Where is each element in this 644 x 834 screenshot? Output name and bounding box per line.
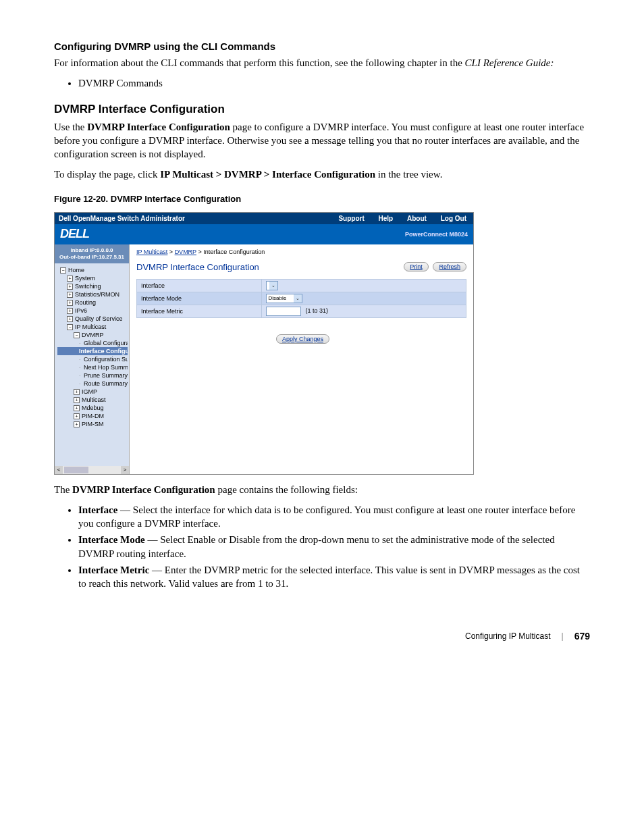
config-table: Interface ⌄ Interface Mode Disable⌄ Inte… bbox=[136, 279, 466, 318]
tree-qos[interactable]: +Quality of Service bbox=[57, 315, 128, 323]
plus-icon: + bbox=[74, 405, 80, 411]
breadcrumb: IP Multicast > DVMRP > Interface Configu… bbox=[136, 249, 466, 255]
fields-list: Interface — Select the interface for whi… bbox=[54, 503, 590, 591]
tree-pimdm[interactable]: +PIM-DM bbox=[57, 412, 128, 420]
dell-logo: DELL bbox=[60, 227, 89, 241]
tree-connector-icon: · bbox=[79, 380, 82, 387]
plus-icon: + bbox=[67, 292, 73, 298]
minus-icon: − bbox=[60, 267, 66, 273]
crumb-current: Interface Configuration bbox=[203, 249, 265, 255]
para-cli: For information about the CLI commands t… bbox=[54, 56, 590, 70]
apply-changes-button[interactable]: Apply Changes bbox=[276, 334, 329, 344]
field-interface: Interface — Select the interface for whi… bbox=[78, 503, 590, 531]
tree-rs[interactable]: ·Route Summary bbox=[57, 380, 128, 388]
tree-dvmrp[interactable]: −DVMRP bbox=[57, 331, 128, 339]
tree-ic-label: Interface Configurat bbox=[79, 348, 128, 355]
tree-mdebug[interactable]: +Mdebug bbox=[57, 404, 128, 412]
nav-tree: −Home +System +Switching +Statistics/RMO… bbox=[55, 263, 129, 431]
minus-icon: − bbox=[74, 332, 80, 338]
chevron-down-icon: ⌄ bbox=[294, 294, 302, 303]
tree-gc[interactable]: ·Global Configuration bbox=[57, 339, 128, 347]
crumb-dvmrp[interactable]: DVMRP bbox=[175, 249, 196, 255]
lead-a: The bbox=[54, 484, 72, 495]
label-interface-mode: Interface Mode bbox=[137, 292, 262, 305]
link-help[interactable]: Help bbox=[376, 215, 396, 222]
ss-top-links: Support Help About Log Out bbox=[329, 215, 469, 222]
tree-cs[interactable]: ·Configuration Summa bbox=[57, 355, 128, 363]
minus-icon: − bbox=[67, 324, 73, 330]
tree-ipv6[interactable]: +IPv6 bbox=[57, 307, 128, 315]
tree-connector-icon: · bbox=[79, 364, 82, 371]
footer-section: Configuring IP Multicast bbox=[465, 631, 551, 641]
page-actions: Print Refresh bbox=[401, 262, 466, 271]
para-ic-1: Use the DVMRP Interface Configuration pa… bbox=[54, 120, 590, 161]
tree-routing[interactable]: +Routing bbox=[57, 298, 128, 307]
tree-multicast[interactable]: +Multicast bbox=[57, 396, 128, 404]
tree-rs-label: Route Summary bbox=[84, 380, 128, 387]
tree-igmp[interactable]: +IGMP bbox=[57, 388, 128, 396]
tree-multicast-label: Multicast bbox=[82, 396, 106, 403]
p2a: To display the page, click bbox=[54, 169, 160, 180]
tree-nhs[interactable]: ·Next Hop Summary bbox=[57, 363, 128, 371]
tree-home[interactable]: −Home bbox=[57, 266, 128, 274]
plus-icon: + bbox=[74, 421, 80, 427]
para-cli-text: For information about the CLI commands t… bbox=[54, 57, 465, 68]
inband-ip: Inband IP:0.0.0.0 bbox=[56, 247, 128, 254]
b3a: Interface Metric bbox=[78, 565, 149, 575]
field-interface-mode: Interface Mode — Select Enable or Disabl… bbox=[78, 533, 590, 561]
heading-cli: Configuring DVMRP using the CLI Commands bbox=[54, 41, 590, 52]
fields-lead: The DVMRP Interface Configuration page c… bbox=[54, 483, 590, 496]
b1b: — Select the interface for which data is… bbox=[78, 504, 575, 529]
metric-hint: (1 to 31) bbox=[305, 307, 328, 314]
tree-ps[interactable]: ·Prune Summary bbox=[57, 371, 128, 380]
plus-icon: + bbox=[67, 300, 73, 306]
lead-b: DVMRP Interface Configuration bbox=[72, 484, 215, 495]
tree-pimsm-label: PIM-SM bbox=[82, 421, 104, 427]
page-title: DVMRP Interface Configuration bbox=[136, 262, 259, 272]
tree-ps-label: Prune Summary bbox=[84, 372, 128, 379]
interface-select[interactable]: ⌄ bbox=[266, 281, 278, 290]
plus-icon: + bbox=[67, 316, 73, 322]
interface-metric-input[interactable] bbox=[266, 307, 301, 316]
tree-switching[interactable]: +Switching bbox=[57, 282, 128, 290]
tree-pimsm[interactable]: +PIM-SM bbox=[57, 420, 128, 428]
tree-system-label: System bbox=[75, 275, 95, 282]
crumb-ipm[interactable]: IP Multicast bbox=[136, 249, 167, 255]
link-logout[interactable]: Log Out bbox=[438, 215, 469, 222]
tree-stats-label: Statistics/RMON bbox=[75, 291, 119, 298]
tree-stats[interactable]: +Statistics/RMON bbox=[57, 290, 128, 298]
tree-ic-selected[interactable]: Interface Configurat bbox=[57, 347, 128, 355]
crumb-sep: > bbox=[196, 249, 203, 255]
model-label: PowerConnect M8024 bbox=[405, 231, 468, 238]
row-interface: Interface ⌄ bbox=[137, 279, 466, 292]
figure-caption: Figure 12-20. DVMRP Interface Configurat… bbox=[54, 194, 590, 204]
tree-nhs-label: Next Hop Summary bbox=[84, 364, 128, 371]
scroll-right-icon[interactable]: > bbox=[121, 466, 129, 474]
tree-pimdm-label: PIM-DM bbox=[82, 413, 104, 419]
link-support[interactable]: Support bbox=[336, 215, 367, 222]
scroll-left-icon[interactable]: < bbox=[55, 466, 63, 474]
label-interface-metric: Interface Metric bbox=[137, 305, 262, 317]
tree-system[interactable]: +System bbox=[57, 274, 128, 282]
nav-scrollbar[interactable]: < > bbox=[55, 466, 129, 474]
b3b: — Enter the DVMRP metric for the selecte… bbox=[78, 565, 580, 589]
link-about[interactable]: About bbox=[404, 215, 429, 222]
refresh-button[interactable]: Refresh bbox=[433, 262, 466, 271]
tree-ipm[interactable]: −IP Multicast bbox=[57, 323, 128, 331]
b2b: — Select Enable or Disable from the drop… bbox=[78, 534, 555, 558]
interface-mode-value: Disable bbox=[268, 295, 286, 301]
scroll-thumb[interactable] bbox=[64, 467, 88, 473]
cli-bullet: DVMRP Commands bbox=[78, 76, 590, 90]
ss-main: IP Multicast > DVMRP > Interface Configu… bbox=[130, 244, 473, 474]
interface-mode-select[interactable]: Disable⌄ bbox=[266, 294, 302, 303]
heading-dvmrp-ic: DVMRP Interface Configuration bbox=[54, 103, 590, 116]
ip-info: Inband IP:0.0.0.0 Out-of-band IP:10.27.5… bbox=[55, 244, 129, 264]
tree-ipm-label: IP Multicast bbox=[75, 323, 106, 330]
field-interface-metric: Interface Metric — Enter the DVMRP metri… bbox=[78, 563, 590, 591]
ss-brand-bar: DELL PowerConnect M8024 bbox=[55, 224, 473, 244]
tree-connector-icon: · bbox=[79, 372, 82, 379]
tree-connector-icon: · bbox=[79, 340, 82, 346]
p2b: IP Multicast > DVMRP > Interface Configu… bbox=[160, 169, 375, 180]
print-button[interactable]: Print bbox=[404, 262, 429, 271]
cli-list: DVMRP Commands bbox=[54, 76, 590, 90]
